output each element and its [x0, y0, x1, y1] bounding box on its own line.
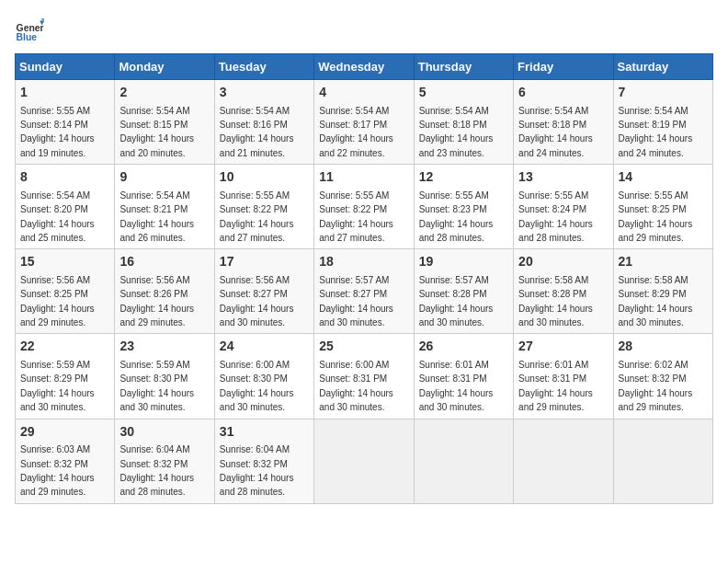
- day-number: 2: [119, 84, 209, 102]
- day-info: Sunrise: 6:01 AMSunset: 8:31 PMDaylight:…: [518, 360, 593, 412]
- calendar-cell: 24Sunrise: 6:00 AMSunset: 8:30 PMDayligh…: [214, 334, 313, 419]
- day-number: 8: [20, 168, 109, 187]
- day-number: 26: [419, 338, 508, 356]
- calendar-cell: 29Sunrise: 6:03 AMSunset: 8:32 PMDayligh…: [16, 419, 115, 503]
- day-info: Sunrise: 6:03 AMSunset: 8:32 PMDaylight:…: [20, 444, 95, 497]
- day-number: 10: [220, 168, 309, 187]
- calendar-cell: 22Sunrise: 5:59 AMSunset: 8:29 PMDayligh…: [16, 334, 115, 419]
- day-info: Sunrise: 5:58 AMSunset: 8:29 PMDaylight:…: [619, 275, 693, 327]
- header-tuesday: Tuesday: [214, 54, 313, 80]
- day-number: 24: [220, 338, 309, 356]
- day-number: 11: [319, 168, 408, 187]
- calendar-cell: 25Sunrise: 6:00 AMSunset: 8:31 PMDayligh…: [314, 334, 414, 419]
- day-info: Sunrise: 5:54 AMSunset: 8:18 PMDaylight:…: [419, 106, 494, 158]
- calendar-cell: 17Sunrise: 5:56 AMSunset: 8:27 PMDayligh…: [214, 249, 313, 334]
- calendar-cell: 12Sunrise: 5:55 AMSunset: 8:23 PMDayligh…: [414, 165, 513, 249]
- calendar-cell: 3Sunrise: 5:54 AMSunset: 8:16 PMDaylight…: [214, 80, 313, 165]
- day-info: Sunrise: 5:55 AMSunset: 8:22 PMDaylight:…: [319, 190, 393, 243]
- calendar-cell: 5Sunrise: 5:54 AMSunset: 8:18 PMDaylight…: [414, 80, 513, 165]
- calendar-cell: [314, 419, 414, 503]
- day-number: 21: [619, 253, 708, 271]
- day-number: 30: [119, 423, 209, 442]
- day-info: Sunrise: 6:02 AMSunset: 8:32 PMDaylight:…: [619, 360, 693, 412]
- day-info: Sunrise: 5:54 AMSunset: 8:21 PMDaylight:…: [119, 190, 194, 243]
- day-number: 19: [419, 253, 508, 271]
- week-row-5: 29Sunrise: 6:03 AMSunset: 8:32 PMDayligh…: [16, 419, 713, 503]
- calendar-cell: 16Sunrise: 5:56 AMSunset: 8:26 PMDayligh…: [115, 249, 214, 334]
- calendar-cell: [514, 419, 613, 503]
- day-info: Sunrise: 5:54 AMSunset: 8:15 PMDaylight:…: [119, 106, 194, 158]
- day-info: Sunrise: 6:04 AMSunset: 8:32 PMDaylight:…: [220, 444, 294, 497]
- day-info: Sunrise: 5:54 AMSunset: 8:17 PMDaylight:…: [319, 106, 393, 158]
- day-number: 4: [319, 84, 408, 102]
- calendar-cell: [613, 419, 712, 503]
- svg-text:General: General: [17, 23, 44, 33]
- day-info: Sunrise: 5:54 AMSunset: 8:16 PMDaylight:…: [220, 106, 294, 158]
- day-number: 13: [518, 168, 608, 187]
- day-info: Sunrise: 5:55 AMSunset: 8:25 PMDaylight:…: [619, 190, 693, 243]
- header-wednesday: Wednesday: [314, 54, 414, 80]
- day-info: Sunrise: 5:56 AMSunset: 8:25 PMDaylight:…: [20, 275, 95, 327]
- page-header: General Blue: [15, 15, 713, 44]
- day-number: 17: [220, 253, 309, 271]
- week-row-1: 1Sunrise: 5:55 AMSunset: 8:14 PMDaylight…: [16, 80, 713, 165]
- day-info: Sunrise: 5:56 AMSunset: 8:26 PMDaylight:…: [119, 275, 194, 327]
- calendar-cell: 4Sunrise: 5:54 AMSunset: 8:17 PMDaylight…: [314, 80, 414, 165]
- week-row-4: 22Sunrise: 5:59 AMSunset: 8:29 PMDayligh…: [16, 334, 713, 419]
- day-number: 15: [20, 253, 109, 271]
- day-info: Sunrise: 5:59 AMSunset: 8:30 PMDaylight:…: [119, 360, 194, 412]
- calendar-cell: 27Sunrise: 6:01 AMSunset: 8:31 PMDayligh…: [514, 334, 613, 419]
- calendar-cell: 30Sunrise: 6:04 AMSunset: 8:32 PMDayligh…: [115, 419, 214, 503]
- logo-icon: General Blue: [15, 15, 44, 44]
- day-number: 28: [619, 338, 708, 356]
- day-number: 18: [319, 253, 408, 271]
- week-row-3: 15Sunrise: 5:56 AMSunset: 8:25 PMDayligh…: [16, 249, 713, 334]
- day-number: 7: [619, 84, 708, 102]
- header-sunday: Sunday: [16, 54, 115, 80]
- calendar-cell: 9Sunrise: 5:54 AMSunset: 8:21 PMDaylight…: [115, 165, 214, 249]
- day-number: 1: [20, 84, 109, 102]
- calendar-cell: 13Sunrise: 5:55 AMSunset: 8:24 PMDayligh…: [514, 165, 613, 249]
- calendar-cell: 20Sunrise: 5:58 AMSunset: 8:28 PMDayligh…: [514, 249, 613, 334]
- day-number: 3: [220, 84, 309, 102]
- day-number: 23: [119, 338, 209, 356]
- calendar-cell: 14Sunrise: 5:55 AMSunset: 8:25 PMDayligh…: [613, 165, 712, 249]
- calendar-cell: 23Sunrise: 5:59 AMSunset: 8:30 PMDayligh…: [115, 334, 214, 419]
- day-info: Sunrise: 6:00 AMSunset: 8:30 PMDaylight:…: [220, 360, 294, 412]
- svg-text:Blue: Blue: [17, 32, 38, 42]
- calendar-cell: 19Sunrise: 5:57 AMSunset: 8:28 PMDayligh…: [414, 249, 513, 334]
- logo: General Blue: [15, 15, 48, 44]
- week-row-2: 8Sunrise: 5:54 AMSunset: 8:20 PMDaylight…: [16, 165, 713, 249]
- day-info: Sunrise: 5:57 AMSunset: 8:28 PMDaylight:…: [419, 275, 494, 327]
- calendar-cell: 31Sunrise: 6:04 AMSunset: 8:32 PMDayligh…: [214, 419, 313, 503]
- calendar-cell: 8Sunrise: 5:54 AMSunset: 8:20 PMDaylight…: [16, 165, 115, 249]
- calendar-cell: 28Sunrise: 6:02 AMSunset: 8:32 PMDayligh…: [613, 334, 712, 419]
- day-number: 14: [619, 168, 708, 187]
- calendar-table: SundayMondayTuesdayWednesdayThursdayFrid…: [15, 53, 713, 504]
- header-thursday: Thursday: [414, 54, 513, 80]
- day-info: Sunrise: 5:58 AMSunset: 8:28 PMDaylight:…: [518, 275, 593, 327]
- day-info: Sunrise: 5:55 AMSunset: 8:23 PMDaylight:…: [419, 190, 494, 243]
- calendar-cell: 1Sunrise: 5:55 AMSunset: 8:14 PMDaylight…: [16, 80, 115, 165]
- calendar-cell: 11Sunrise: 5:55 AMSunset: 8:22 PMDayligh…: [314, 165, 414, 249]
- day-info: Sunrise: 5:54 AMSunset: 8:18 PMDaylight:…: [518, 106, 593, 158]
- day-number: 6: [518, 84, 608, 102]
- day-info: Sunrise: 6:00 AMSunset: 8:31 PMDaylight:…: [319, 360, 393, 412]
- header-monday: Monday: [115, 54, 214, 80]
- calendar-cell: 10Sunrise: 5:55 AMSunset: 8:22 PMDayligh…: [214, 165, 313, 249]
- day-number: 29: [20, 423, 109, 442]
- day-info: Sunrise: 5:55 AMSunset: 8:22 PMDaylight:…: [220, 190, 294, 243]
- day-number: 16: [119, 253, 209, 271]
- header-friday: Friday: [514, 54, 613, 80]
- calendar-cell: 18Sunrise: 5:57 AMSunset: 8:27 PMDayligh…: [314, 249, 414, 334]
- day-number: 20: [518, 253, 608, 271]
- day-info: Sunrise: 5:56 AMSunset: 8:27 PMDaylight:…: [220, 275, 294, 327]
- calendar-cell: 7Sunrise: 5:54 AMSunset: 8:19 PMDaylight…: [613, 80, 712, 165]
- calendar-cell: 6Sunrise: 5:54 AMSunset: 8:18 PMDaylight…: [514, 80, 613, 165]
- calendar-cell: 21Sunrise: 5:58 AMSunset: 8:29 PMDayligh…: [613, 249, 712, 334]
- day-number: 25: [319, 338, 408, 356]
- day-info: Sunrise: 5:55 AMSunset: 8:24 PMDaylight:…: [518, 190, 593, 243]
- day-number: 27: [518, 338, 608, 356]
- day-info: Sunrise: 5:55 AMSunset: 8:14 PMDaylight:…: [20, 106, 95, 158]
- header-saturday: Saturday: [613, 54, 712, 80]
